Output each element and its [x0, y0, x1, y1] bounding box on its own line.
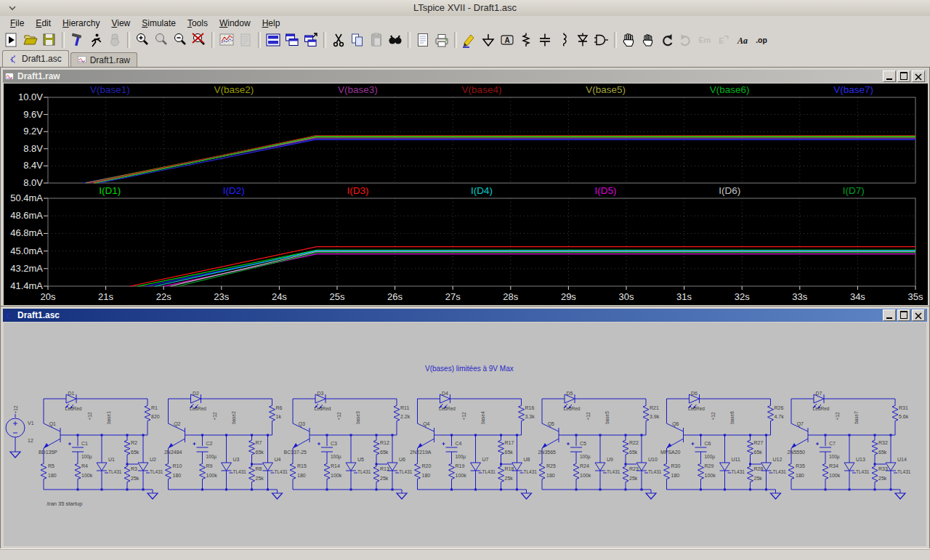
trace-label-I(D6)[interactable]: I(D6)	[719, 185, 740, 196]
trace-label-V(base3)[interactable]: V(base3)	[338, 84, 378, 95]
schematic-text: 65k	[754, 450, 763, 455]
menu-file[interactable]: File	[4, 17, 30, 30]
tile-horizontal-button[interactable]	[264, 31, 283, 49]
undo-button[interactable]	[658, 31, 676, 49]
schematic-text: R30	[671, 463, 681, 468]
tile-vertical-button[interactable]	[283, 31, 302, 49]
schematic-text: R24	[580, 463, 589, 468]
schematic-text: U5	[357, 457, 364, 462]
schematic-text: Q4	[423, 421, 429, 427]
window-shade-icon[interactable]	[7, 3, 17, 13]
zoom-full-button[interactable]	[190, 31, 209, 49]
menu-simulate[interactable]: Simulate	[136, 17, 182, 30]
net-label-button[interactable]: A	[498, 31, 517, 49]
close-button[interactable]	[912, 309, 925, 321]
tab-draft1-asc[interactable]: Draft1.asc	[2, 50, 69, 67]
diode-button[interactable]	[573, 31, 592, 49]
schematic-text: base4	[480, 411, 485, 424]
print-button[interactable]	[432, 31, 451, 49]
schematic-text: 100k	[829, 473, 841, 478]
drag-button[interactable]	[639, 31, 658, 49]
schematic-canvas[interactable]: V(bases) limitées à 9V Max.tran 35 start…	[4, 322, 926, 546]
page-setup-button[interactable]	[413, 31, 432, 49]
menu-window[interactable]: Window	[214, 17, 256, 30]
trace-label-V(base4)[interactable]: V(base4)	[462, 84, 502, 95]
trace-label-I(D7)[interactable]: I(D7)	[843, 185, 865, 196]
schematic-stage-base1[interactable]: D1LedRedR1820Q1BD135PR5180C1100µR4100kU1…	[39, 391, 163, 499]
schematic-text: Q1	[49, 421, 56, 427]
trace-label-V(base1)[interactable]: V(base1)	[90, 84, 130, 95]
waveform-plot[interactable]: 10.0V9.6V9.2V8.8V8.4V8.0VV(base1)V(base2…	[4, 84, 928, 305]
menu-edit[interactable]: Edit	[30, 17, 57, 30]
zoom-in-button[interactable]	[133, 31, 152, 49]
minimize-button[interactable]	[883, 309, 896, 321]
trace-label-I(D2)[interactable]: I(D2)	[223, 185, 245, 196]
wire-button[interactable]	[460, 31, 479, 49]
menu-hierarchy[interactable]: Hierarchy	[57, 17, 105, 30]
schematic-stage-base2[interactable]: D2LedRedR61kQ22N2484R10180C2100µR9100kU3…	[164, 391, 288, 499]
schematic-text: 100µ	[829, 454, 840, 460]
trace-label-V(base5)[interactable]: V(base5)	[586, 84, 626, 95]
toolbar: AEmEAa.op	[0, 30, 930, 51]
capacitor-button[interactable]	[535, 31, 554, 49]
schematic-stage-base4[interactable]: D4LedRedR163.3kQ42N2219AR20180C4100µR191…	[410, 391, 537, 499]
tab-draft1-raw[interactable]: Draft1.raw	[70, 52, 137, 67]
voltage-source-v1[interactable]: +12V112	[6, 405, 34, 458]
schematic-text: R22	[629, 440, 639, 445]
schematic-text: 3.3k	[525, 414, 535, 419]
menu-help[interactable]: Help	[256, 17, 286, 30]
schematic-text: R16	[525, 405, 535, 410]
text-button[interactable]: Aa	[733, 31, 752, 49]
move-button[interactable]	[620, 31, 639, 49]
schematic-text: R9	[206, 463, 213, 468]
schematic-stage-base7[interactable]: D7LedRedR315.6kQ72N5550R35180C7100µR3410…	[787, 391, 910, 499]
plot-settings-button[interactable]	[217, 31, 236, 49]
component-button[interactable]	[592, 31, 611, 49]
close-button[interactable]	[912, 70, 925, 82]
schematic-stage-base5[interactable]: D5LedRedR213.9kQ52N3565R25180C5100µR2410…	[538, 391, 661, 499]
control-panel-button[interactable]	[68, 31, 86, 49]
trace-label-V(base7)[interactable]: V(base7)	[833, 84, 873, 95]
trace-label-V(base2)[interactable]: V(base2)	[214, 84, 254, 95]
maximize-button[interactable]	[897, 309, 910, 321]
schematic-text: C7	[829, 441, 836, 446]
schematic-drawing[interactable]: V(bases) limitées à 9V Max.tran 35 start…	[4, 322, 928, 546]
trace-label-I(D4)[interactable]: I(D4)	[471, 185, 493, 196]
menu-tools[interactable]: Tools	[182, 17, 214, 30]
schematic-text: R27	[754, 440, 764, 445]
schematic-text: 180	[173, 473, 182, 478]
zoom-out-button[interactable]	[171, 31, 190, 49]
find-button[interactable]	[386, 31, 405, 49]
trace-label-I(D5)[interactable]: I(D5)	[595, 185, 617, 196]
schematic-stage-base6[interactable]: D6LedRedR264.7kQ6MPSA20R30180C6100µR2910…	[660, 391, 786, 499]
schematic-text: 25k	[380, 476, 389, 481]
tab-label: Draft1.asc	[22, 54, 62, 64]
schematic-window-titlebar[interactable]: Draft1.asc	[3, 309, 927, 322]
trace-label-V(base6)[interactable]: V(base6)	[710, 84, 750, 95]
minimize-button[interactable]	[883, 70, 896, 82]
schematic-text: TL431	[773, 469, 787, 474]
schematic-text: 180	[671, 473, 680, 478]
cascade-windows-button[interactable]	[302, 31, 320, 49]
toolbar-separator	[614, 32, 617, 48]
open-button[interactable]	[21, 31, 40, 49]
spice-directive-button[interactable]: .op	[752, 31, 771, 49]
waveform-window-titlebar[interactable]: Draft1.raw	[3, 70, 927, 83]
waveform-plot-area[interactable]: 10.0V9.6V9.2V8.8V8.4V8.0VV(base1)V(base2…	[4, 84, 926, 305]
inductor-button[interactable]	[554, 31, 573, 49]
run-button[interactable]	[2, 31, 21, 49]
maximize-button[interactable]	[897, 70, 910, 82]
save-button[interactable]	[40, 31, 59, 49]
schematic-text: +12	[835, 412, 840, 420]
ground-button[interactable]	[479, 31, 498, 49]
schematic-stage-base3[interactable]: D3LedRedR112.2kQ3BC337-25R15180C3100µR14…	[283, 391, 412, 499]
trace-label-I(D3)[interactable]: I(D3)	[347, 185, 368, 196]
cut-button[interactable]	[329, 31, 348, 49]
schematic-text: TL431	[524, 469, 538, 474]
copy-button[interactable]	[348, 31, 367, 49]
resistor-button[interactable]	[517, 31, 535, 49]
run-man-button[interactable]	[86, 31, 105, 49]
menu-view[interactable]: View	[105, 17, 136, 30]
trace-label-I(D1)[interactable]: I(D1)	[99, 185, 121, 196]
zoom-fit-button	[152, 31, 171, 49]
